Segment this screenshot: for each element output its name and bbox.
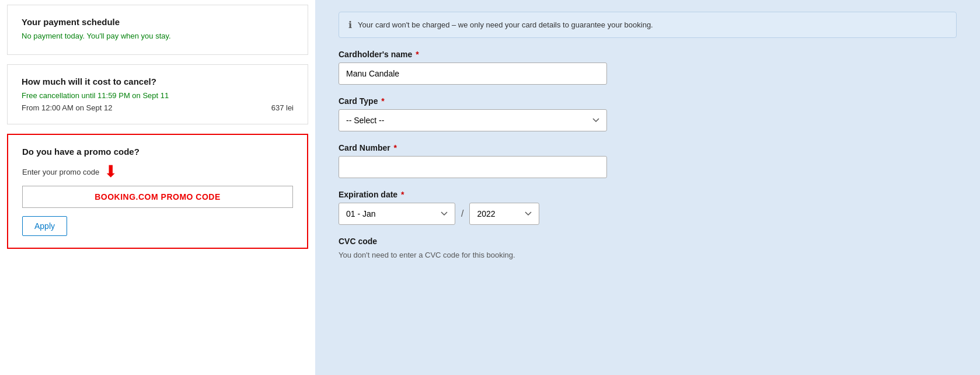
payment-schedule-title: Your payment schedule: [22, 17, 294, 27]
card-number-label: Card Number *: [339, 143, 957, 152]
required-star-card-type: *: [379, 96, 384, 106]
left-panel: Your payment schedule No payment today. …: [0, 0, 315, 375]
apply-button[interactable]: Apply: [22, 216, 67, 236]
cvc-group: CVC code You don't need to enter a CVC c…: [339, 237, 957, 259]
cvc-label: CVC code: [339, 237, 957, 246]
payment-schedule-section: Your payment schedule No payment today. …: [7, 5, 308, 55]
cardholder-name-label: Cardholder's name *: [339, 50, 957, 59]
expiry-month-select[interactable]: 01 - Jan 02 - Feb 03 - Mar 04 - Apr 05 -…: [339, 203, 455, 225]
cardholder-name-input[interactable]: [339, 62, 607, 85]
info-banner: ℹ Your card won't be charged – we only n…: [339, 12, 957, 38]
expiration-date-label: Expiration date *: [339, 190, 957, 199]
promo-code-input[interactable]: [22, 186, 293, 208]
free-cancellation-text: Free cancellation until 11:59 PM on Sept…: [22, 91, 294, 100]
card-type-select[interactable]: -- Select -- Visa Mastercard American Ex…: [339, 109, 607, 131]
payment-schedule-note: No payment today. You'll pay when you st…: [22, 32, 294, 40]
card-type-label: Card Type *: [339, 96, 957, 106]
card-number-group: Card Number *: [339, 143, 957, 178]
card-number-input[interactable]: [339, 156, 607, 178]
right-panel: ℹ Your card won't be charged – we only n…: [315, 0, 980, 375]
info-banner-text: Your card won't be charged – we only nee…: [358, 20, 653, 29]
promo-label: Enter your promo code ⬇: [22, 164, 293, 180]
expiry-year-select[interactable]: 2022 2023 2024 2025 2026 2027 2028 2029 …: [469, 203, 539, 225]
expiration-date-group: Expiration date * 01 - Jan 02 - Feb 03 -…: [339, 190, 957, 225]
expiry-separator: /: [461, 209, 463, 219]
card-type-group: Card Type * -- Select -- Visa Mastercard…: [339, 96, 957, 131]
promo-title: Do you have a promo code?: [22, 147, 293, 157]
required-star-card-number: *: [392, 143, 397, 152]
expiry-row: 01 - Jan 02 - Feb 03 - Mar 04 - Apr 05 -…: [339, 203, 957, 225]
required-star: *: [413, 50, 418, 59]
cancellation-row: From 12:00 AM on Sept 12 637 lei: [22, 103, 294, 112]
promo-code-section: Do you have a promo code? Enter your pro…: [7, 134, 308, 249]
cancellation-title: How much will it cost to cancel?: [22, 77, 294, 86]
required-star-expiry: *: [399, 190, 404, 199]
cancellation-section: How much will it cost to cancel? Free ca…: [7, 64, 308, 124]
cvc-note: You don't need to enter a CVC code for t…: [339, 251, 957, 259]
from-date-text: From 12:00 AM on Sept 12: [22, 103, 112, 112]
arrow-down-icon: ⬇: [104, 164, 117, 180]
promo-label-text: Enter your promo code: [22, 168, 99, 176]
cardholder-name-group: Cardholder's name *: [339, 50, 957, 85]
info-icon: ℹ: [348, 19, 352, 30]
cancellation-amount: 637 lei: [271, 103, 294, 112]
